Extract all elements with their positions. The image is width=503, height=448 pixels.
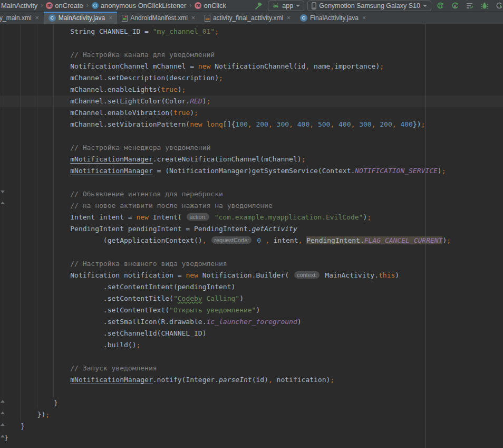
breadcrumb-item-mainactivity[interactable]: MainActivity (1, 2, 37, 9)
code-line[interactable] (0, 177, 503, 188)
device-label: Genymotion Samsung Galaxy S10 (319, 2, 420, 9)
code-line[interactable]: mChannel.enableVibration(true); (0, 107, 503, 119)
attach-debugger-icon[interactable] (494, 1, 503, 11)
code-line[interactable]: .setSmallIcon(R.drawable.ic_launcher_for… (0, 316, 503, 328)
apply-code-changes-icon[interactable]: A (449, 1, 461, 11)
code-line[interactable] (0, 246, 503, 258)
breadcrumb-label: onClick (204, 2, 226, 9)
code-line[interactable]: mNotificationManager.notify(Integer.pars… (0, 374, 503, 386)
code-line[interactable]: .build(); (0, 339, 503, 351)
code-line[interactable]: mChannel.setDescription(description); (0, 72, 503, 84)
method-icon: m (46, 2, 53, 9)
code-line[interactable]: // Настройка внешнего вида уведомления (0, 258, 503, 270)
breadcrumb: MainActivity›monCreate›anonymous OnClick… (0, 0, 253, 11)
profiler-icon[interactable] (464, 1, 476, 11)
fold-marker[interactable] (1, 412, 5, 414)
code-line[interactable]: PendingIntent pendingIntent = PendingInt… (0, 223, 503, 235)
code-line[interactable]: .setChannelId(CHANNEL_ID) (0, 328, 503, 339)
parameter-hint-chip: action: (187, 213, 209, 221)
breadcrumb-label: onCreate (55, 2, 83, 9)
chevron-down-icon (296, 5, 300, 7)
toolbar-actions: app Genymotion Samsung Galaxy S10 A (253, 1, 503, 11)
method-icon: m (195, 2, 201, 9)
code-line[interactable]: .setContentTitle("Codeby Calling") (0, 293, 503, 304)
tab-mainactivity-java[interactable]: CMainActivity.java× (44, 12, 118, 24)
fold-marker[interactable] (1, 435, 5, 437)
code-line[interactable]: mChannel.setVibrationPattern(new long[]{… (0, 119, 503, 130)
parameter-hint-chip: context: (294, 271, 320, 279)
toolbar: MainActivity›monCreate›anonymous OnClick… (0, 0, 503, 12)
code-line[interactable]: NotificationChannel mChannel = new Notif… (0, 61, 503, 72)
breadcrumb-item-oncreate[interactable]: monCreate (46, 2, 83, 9)
parameter-hint-chip: requestCode: (211, 236, 252, 244)
code-line[interactable]: } (0, 432, 503, 444)
code-line[interactable]: // Обьявление интентов для переброски (0, 188, 503, 200)
phone-icon (312, 2, 316, 9)
fold-marker[interactable] (1, 400, 5, 403)
code-line[interactable] (0, 37, 503, 49)
code-line[interactable]: mNotificationManager.createNotificationC… (0, 154, 503, 165)
tab-ity-main-xml[interactable]: ity_main.xml× (0, 12, 44, 24)
code-line[interactable]: mChannel.setLightColor(Color.RED); (0, 96, 503, 107)
apply-changes-icon[interactable] (434, 1, 446, 11)
android-icon (272, 3, 279, 9)
java-class-icon: C (49, 14, 56, 22)
breadcrumb-label: MainActivity (1, 2, 37, 9)
tab-label: MainActivity.java (59, 14, 105, 22)
tab-finalacttivity-java[interactable]: CFinalActtivity.java× (295, 12, 371, 24)
code-line[interactable]: }); (0, 409, 503, 421)
breadcrumb-item-onclick[interactable]: monClick (195, 2, 226, 9)
code-line[interactable]: // Настройка канала для уведомлений (0, 49, 503, 61)
breadcrumb-separator: › (189, 2, 191, 9)
fold-marker[interactable] (1, 423, 5, 426)
anonymous-class-icon (92, 2, 99, 9)
xml-file-icon: xml (205, 15, 210, 22)
tab-label: FinalActtivity.java (310, 14, 359, 22)
code-line[interactable]: Notification notification = new Notifica… (0, 270, 503, 281)
tab-close-icon[interactable]: × (362, 14, 366, 22)
chevron-down-icon (423, 5, 427, 7)
build-hammer-icon[interactable] (253, 1, 265, 11)
code-line[interactable]: String CHANNEL_ID = "my_channel_01"; (0, 26, 503, 37)
device-select[interactable]: Genymotion Samsung Galaxy S10 (307, 1, 431, 11)
code-line[interactable]: .setContentText("Открыть уведомление") (0, 304, 503, 316)
code-line[interactable]: Intent intent = new Intent( action: "com… (0, 212, 503, 223)
editor-tabs: ity_main.xml×CMainActivity.java×MFAndroi… (0, 12, 503, 24)
code-lines: String CHANNEL_ID = "my_channel_01"; // … (0, 24, 503, 444)
tab-label: ity_main.xml (0, 14, 32, 22)
manifest-file-icon: MF (122, 15, 128, 22)
tab-close-icon[interactable]: × (287, 14, 291, 22)
tab-label: activity_final_acttivity.xml (213, 14, 283, 22)
code-line[interactable]: // Настройка менеджера уведомлений (0, 142, 503, 154)
code-line[interactable]: (getApplicationContext(), requestCode: 0… (0, 235, 503, 246)
tab-close-icon[interactable]: × (109, 14, 112, 22)
breadcrumb-separator: › (41, 2, 43, 9)
tab-close-icon[interactable]: × (191, 14, 195, 22)
code-line[interactable] (0, 386, 503, 397)
code-line[interactable]: // на новое активити после нажатия на ув… (0, 200, 503, 212)
code-line[interactable]: } (0, 421, 503, 432)
fold-marker[interactable] (1, 190, 5, 193)
debug-icon[interactable] (479, 1, 490, 11)
code-line[interactable]: // Запуск уведомления (0, 363, 503, 374)
java-class-icon: C (300, 14, 307, 22)
fold-marker[interactable] (1, 202, 5, 204)
breadcrumb-item-anonymous-onclicklistener[interactable]: anonymous OnClickListener (92, 2, 187, 9)
tab-label: AndroidManifest.xml (130, 14, 188, 22)
breadcrumb-label: anonymous OnClickListener (101, 2, 187, 9)
code-line[interactable]: mNotificationManager = (NotificationMana… (0, 165, 503, 177)
tab-androidmanifest-xml[interactable]: MFAndroidManifest.xml× (117, 12, 200, 24)
breadcrumb-separator: › (86, 2, 89, 9)
code-line[interactable]: .setContentIntent(pendingIntent) (0, 281, 503, 293)
code-line[interactable]: mChannel.enableLights(true); (0, 84, 503, 96)
code-line[interactable] (0, 130, 503, 142)
tab-activity-final-acttivity-xml[interactable]: xmlactivity_final_acttivity.xml× (200, 12, 295, 24)
run-config-label: app (282, 2, 293, 9)
code-editor[interactable]: String CHANNEL_ID = "my_channel_01"; // … (0, 24, 503, 448)
run-config-select[interactable]: app (268, 1, 304, 11)
code-line[interactable]: } (0, 397, 503, 409)
svg-text:A: A (453, 4, 457, 8)
tab-close-icon[interactable]: × (35, 14, 39, 22)
code-line[interactable] (0, 351, 503, 363)
